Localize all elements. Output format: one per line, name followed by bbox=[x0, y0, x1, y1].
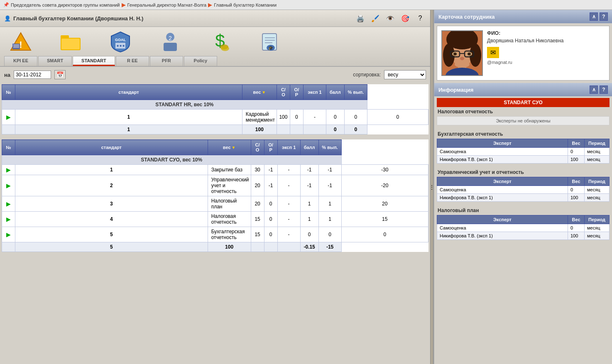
employee-info: ФИО: Дворяшина Наталья Николаевна ✉ @mag… bbox=[487, 30, 605, 76]
upr-col-period: Период bbox=[585, 177, 610, 186]
row-play-btn[interactable]: ▶ bbox=[2, 175, 15, 196]
summary-row-suo: 5 100 -0.15 -15 bbox=[2, 242, 428, 252]
row-num: 2 bbox=[15, 175, 208, 196]
row-exp1: 0 bbox=[326, 110, 344, 125]
row-num: 5 bbox=[15, 227, 208, 242]
date-input[interactable] bbox=[14, 71, 51, 79]
upr-expert-2: Никифорова Т.В. (эксп 1) bbox=[437, 194, 568, 202]
svg-text:🎓: 🎓 bbox=[268, 45, 274, 51]
r-icon: 2 bbox=[159, 30, 182, 54]
svg-point-37 bbox=[460, 57, 464, 60]
row-play-btn[interactable]: ▶ bbox=[2, 110, 15, 125]
toolbar-item-r[interactable]: 2 bbox=[154, 30, 187, 54]
card-help-btn[interactable]: ? bbox=[600, 12, 608, 21]
table-row: ▶ 3 Налоговый план 20 0 - 1 1 20 bbox=[2, 196, 428, 212]
summary-row-hr: 1 100 0 0 bbox=[2, 125, 428, 134]
sort-label: сортировка: bbox=[353, 72, 381, 78]
group-header-suo-text: STANDART СУО, вес 10% bbox=[2, 155, 342, 165]
tab-r[interactable]: R ЕЕ bbox=[116, 56, 149, 66]
header-title: 👤 Главный бухгалтер Компании (Дворяшина … bbox=[4, 15, 143, 22]
std-name: Бухгалтерская отчетность bbox=[208, 227, 251, 242]
email-icon[interactable]: ✉ bbox=[487, 47, 499, 58]
row-ball: 0 bbox=[344, 110, 367, 125]
summary-ves-suo: 100 bbox=[208, 242, 251, 252]
policy-icon: 🎓 bbox=[258, 30, 282, 54]
panel-divider[interactable]: ⋮ bbox=[430, 10, 433, 364]
summary-ball: 0 bbox=[326, 125, 344, 134]
print-icon[interactable]: 🖨️ bbox=[355, 12, 366, 24]
col-proc-header: % вып. bbox=[344, 85, 367, 100]
list-item: Никифорова Т.В. (эксп 1) 100 месяц bbox=[437, 194, 610, 202]
row-ves: 15 bbox=[251, 212, 264, 227]
info-collapse-btn[interactable]: ∧ bbox=[590, 86, 598, 94]
tab-standart[interactable]: STANDART bbox=[73, 56, 115, 66]
list-item: Самооценка 0 месяц bbox=[437, 224, 610, 232]
row-play-btn[interactable]: ▶ bbox=[2, 212, 15, 227]
col-exp1-header-2: эксп 1 bbox=[277, 140, 300, 155]
row-play-btn[interactable]: ▶ bbox=[2, 196, 15, 212]
row-play-btn[interactable]: ▶ bbox=[2, 227, 15, 242]
toolbar-item-kpi[interactable]: ! bbox=[4, 30, 37, 54]
employee-photo bbox=[441, 30, 483, 76]
list-item: Никифорова Т.В. (эксп 1) 100 месяц bbox=[437, 232, 610, 240]
nalog-period-2: месяц bbox=[585, 232, 610, 240]
info-section-header: Информация ∧ ? bbox=[434, 83, 612, 96]
toolbar-item-smart[interactable] bbox=[54, 30, 87, 54]
card-title: Карточка сотрудника bbox=[438, 14, 495, 20]
row-proc: 0 bbox=[341, 227, 428, 242]
upr-ves-1: 0 bbox=[568, 186, 585, 194]
row-proc: -30 bbox=[341, 165, 428, 175]
breadcrumb-item-2: Генеральный директор Магнат-Волга bbox=[127, 2, 207, 7]
tab-smart[interactable]: SMART bbox=[38, 56, 72, 66]
face-icon[interactable]: 👁️ bbox=[384, 12, 396, 24]
row-co: 0 bbox=[264, 196, 277, 212]
tab-kpi[interactable]: KPI ЕЕ bbox=[4, 56, 37, 66]
email-text: @magnat.ru bbox=[487, 60, 605, 65]
toolbar-item-standart[interactable]: GOAL ★★★ bbox=[104, 30, 137, 54]
table-row: ▶ 1 Кадровый менеджмент 100 0 - 0 0 0 bbox=[2, 110, 428, 125]
buh-expert-1: Самооценка bbox=[437, 148, 568, 156]
right-panel: Карточка сотрудника ∧ ? bbox=[433, 10, 612, 364]
calendar-button[interactable]: 📅 bbox=[54, 70, 66, 79]
info-help-btn[interactable]: ? bbox=[600, 86, 608, 94]
row-co: -1 bbox=[264, 165, 277, 175]
toolbar-item-policy[interactable]: 🎓 bbox=[253, 30, 286, 54]
card-collapse-btn[interactable]: ∧ bbox=[590, 12, 598, 21]
breadcrumb-arrow-2: ▶ bbox=[208, 2, 212, 8]
group-header-hr: STANDART HR, вес 10% bbox=[2, 100, 428, 110]
row-proc: -20 bbox=[341, 175, 428, 196]
buh-period-2: месяц bbox=[585, 156, 610, 164]
info-block-title-3: Управленческий учет и отчетность bbox=[437, 168, 610, 177]
nalog-expert-1: Самооценка bbox=[437, 224, 568, 232]
col-ves-header: вес ▼ bbox=[242, 85, 277, 100]
info-block-title-2: Бухгалтерская отчетность bbox=[437, 129, 610, 139]
date-row: на 📅 сортировка: весу номеру алфавиту bbox=[0, 67, 430, 83]
svg-point-40 bbox=[455, 61, 470, 68]
svg-text:GOAL: GOAL bbox=[115, 38, 126, 42]
breadcrumb-item-3: Главный бухгалтер Компании bbox=[214, 2, 277, 7]
brush-icon[interactable]: 🖌️ bbox=[370, 12, 381, 24]
pfr-icon: $ bbox=[208, 30, 232, 54]
nalog-col-expert: Эксперт bbox=[437, 215, 568, 224]
fio-label: ФИО: bbox=[487, 30, 605, 36]
sort-select[interactable]: весу номеру алфавиту bbox=[384, 70, 426, 79]
table-row: ▶ 1 Закрытие баз 30 -1 - -1 -1 -30 bbox=[2, 165, 428, 175]
tab-pfr[interactable]: PFR bbox=[150, 56, 183, 66]
target-icon[interactable]: 🎯 bbox=[399, 12, 411, 24]
upr-col-ves: Вес bbox=[568, 177, 585, 186]
group-header-suo: STANDART СУО, вес 10% bbox=[2, 155, 428, 165]
col-exp1-header: эксп 1 bbox=[303, 85, 326, 100]
summary-ves: 100 bbox=[242, 125, 277, 134]
left-panel: 👤 Главный бухгалтер Компании (Дворяшина … bbox=[0, 10, 430, 364]
svg-point-35 bbox=[453, 53, 457, 56]
row-op: - bbox=[277, 227, 300, 242]
upr-uchet-table: Эксперт Вес Период Самооценка 0 месяц Ни… bbox=[437, 177, 610, 202]
row-play-btn[interactable]: ▶ bbox=[2, 165, 15, 175]
row-exp1: 0 bbox=[300, 227, 318, 242]
tab-policy[interactable]: Policy bbox=[184, 56, 217, 66]
row-co: 0 bbox=[264, 227, 277, 242]
toolbar-item-pfr[interactable]: $ bbox=[203, 30, 237, 54]
help-icon[interactable]: ? bbox=[414, 12, 426, 24]
info-header-buttons: ∧ ? bbox=[590, 86, 608, 94]
upr-expert-1: Самооценка bbox=[437, 186, 568, 194]
